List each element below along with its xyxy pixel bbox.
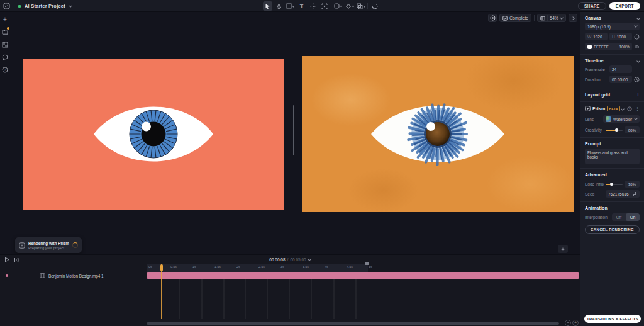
timecode-display[interactable]: 00:00:08 / 00:05:00 xyxy=(0,255,580,264)
help-icon[interactable]: ? xyxy=(2,66,9,73)
duration-field[interactable]: 00:05:00 xyxy=(609,76,632,83)
diamond-tool[interactable] xyxy=(345,1,354,11)
timeline-scrollbar[interactable] xyxy=(147,322,559,325)
boolean-group-tool[interactable] xyxy=(356,1,365,11)
height-field[interactable]: H1080 xyxy=(609,33,632,40)
track-row[interactable]: Benjamin Motion Design.mp4 1 xyxy=(0,272,147,279)
notification-dot xyxy=(7,27,9,30)
project-status-dot xyxy=(18,5,21,8)
creativity-value[interactable]: 80% xyxy=(625,126,640,133)
position-tool[interactable] xyxy=(308,1,318,11)
collapse-chevron-icon[interactable] xyxy=(636,59,640,63)
complete-icon xyxy=(502,16,508,21)
timeline-zoom-in-button[interactable]: + xyxy=(572,320,579,326)
comment-tool[interactable] xyxy=(370,1,379,11)
color-swatch[interactable] xyxy=(587,45,592,49)
video-file-icon xyxy=(40,273,45,278)
text-tool[interactable]: T xyxy=(297,1,306,11)
visibility-eye-icon[interactable] xyxy=(634,45,640,49)
workarea-end-guide xyxy=(367,279,367,319)
ruler-tick: 5s xyxy=(369,265,372,269)
zoom-control[interactable]: 54% xyxy=(537,14,566,22)
canvas-section-title: Canvas xyxy=(585,16,601,20)
prompt-textarea[interactable]: Flowers and grass and books xyxy=(585,149,640,164)
prism-icon xyxy=(19,242,25,249)
track-color-dot xyxy=(6,274,8,277)
timeline-ruler[interactable] xyxy=(147,264,368,272)
creativity-slider[interactable] xyxy=(606,130,623,131)
total-time: 00:05:00 xyxy=(290,257,306,262)
panel-toggle-icon xyxy=(540,16,545,21)
resolution-preset-select[interactable]: 1080p (16:9) xyxy=(585,23,640,30)
collapse-chevron-icon[interactable] xyxy=(621,107,625,111)
artboard-render-preview[interactable] xyxy=(302,56,574,212)
edge-influence-value[interactable]: 30% xyxy=(625,181,640,188)
playhead-handle[interactable] xyxy=(160,264,163,271)
edge-influence-label: Edge Influe... xyxy=(585,182,604,186)
complete-label: Complete xyxy=(509,16,528,20)
app-logo-icon[interactable] xyxy=(3,3,10,9)
kebab-menu-icon[interactable]: ⋮ xyxy=(635,106,640,111)
pen-tool[interactable] xyxy=(274,1,284,11)
zoom-chevron-icon xyxy=(560,16,564,20)
complete-button[interactable]: Complete xyxy=(499,14,531,22)
workarea-end-handle[interactable] xyxy=(365,262,369,265)
artboard-original[interactable] xyxy=(23,59,284,210)
assets-folder-icon[interactable] xyxy=(2,28,9,35)
prompt-section: Prompt Flowers and grass and books xyxy=(580,137,644,168)
animation-section: Animation Interpolation Off On CANCEL RE… xyxy=(580,201,644,238)
add-layout-grid-icon[interactable]: + xyxy=(636,91,640,98)
ruler-tick: 4.5s xyxy=(347,265,353,269)
project-name[interactable]: AI Starter Project xyxy=(25,3,65,9)
lens-select[interactable]: Watercolor xyxy=(603,115,640,123)
divider xyxy=(14,3,14,9)
cancel-rendering-button[interactable]: CANCEL RENDERING xyxy=(585,225,640,234)
frame-tool[interactable] xyxy=(333,1,343,11)
ruler-tick: 1s xyxy=(192,265,196,269)
tool-bar: T xyxy=(263,1,379,11)
svg-text:?: ? xyxy=(4,68,6,72)
share-button[interactable]: SHARE xyxy=(578,2,606,10)
media-library-icon[interactable] xyxy=(2,41,9,48)
constrain-proportions-icon[interactable] xyxy=(634,34,640,40)
record-button[interactable] xyxy=(488,14,497,22)
ruler-tick: 0.5s xyxy=(170,265,177,269)
clock-icon[interactable] xyxy=(634,77,640,82)
ruler-tick: 2.5s xyxy=(258,265,265,269)
timeline-zoom-out-button[interactable]: − xyxy=(565,320,571,326)
collapse-panel-button[interactable] xyxy=(569,14,577,22)
fill-color-field[interactable]: FFFFFF 100% xyxy=(585,43,632,50)
lens-thumbnail xyxy=(606,116,611,122)
beta-badge: BETA xyxy=(607,106,619,111)
canvas-scrollbar-vertical[interactable] xyxy=(293,105,294,155)
prompt-title: Prompt xyxy=(585,142,601,146)
advanced-section: Advanced Edge Influe... 30% Seed 7621756… xyxy=(580,168,644,201)
transitions-effects-button[interactable]: TRANSITIONS & EFFECTS xyxy=(584,315,641,323)
canvas-area[interactable]: Complete 54% xyxy=(10,12,580,254)
select-tool[interactable] xyxy=(263,1,272,11)
frame-rate-field[interactable]: 24 xyxy=(609,65,632,73)
chat-icon[interactable] xyxy=(2,53,9,60)
rendering-toast: Rendering with Prism Preparing your proj… xyxy=(15,237,82,253)
info-icon[interactable]: ? xyxy=(627,106,632,111)
width-field[interactable]: W1920 xyxy=(585,33,608,40)
ai-select-tool[interactable] xyxy=(319,1,329,11)
add-icon[interactable]: + xyxy=(2,16,9,23)
layout-grid-title: Layout grid xyxy=(585,93,610,97)
frame-rate-label: Frame rate xyxy=(585,67,608,72)
project-menu-chevron-icon[interactable] xyxy=(69,4,72,8)
canvas-corner-button[interactable] xyxy=(558,245,568,253)
edge-influence-slider[interactable] xyxy=(606,184,623,185)
interpolation-off-option[interactable]: Off xyxy=(612,213,626,221)
interpolation-on-option[interactable]: On xyxy=(626,213,640,221)
animation-title: Animation xyxy=(585,206,608,210)
shape-rect-tool[interactable] xyxy=(286,1,295,11)
seed-field[interactable]: 762175616 xyxy=(606,190,640,198)
loading-spinner-icon xyxy=(72,242,78,248)
workarea-end-line[interactable] xyxy=(367,264,367,279)
export-button[interactable]: EXPORT xyxy=(609,2,640,10)
video-clip-bar[interactable] xyxy=(147,272,579,279)
collapse-chevron-icon[interactable] xyxy=(636,16,640,20)
seed-label: Seed xyxy=(585,192,604,196)
shuffle-icon[interactable] xyxy=(632,191,637,196)
